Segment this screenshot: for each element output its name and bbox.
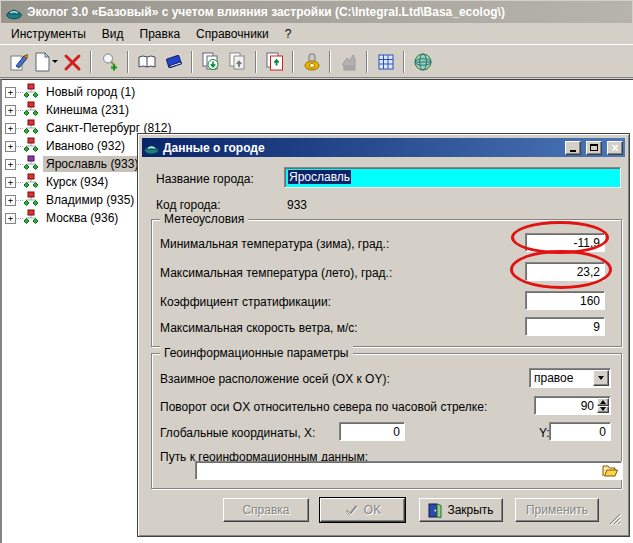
- help-button-label: Справка: [242, 503, 289, 517]
- main-titlebar: Эколог 3.0 «Базовый» с учетом влияния за…: [1, 1, 632, 23]
- table-button[interactable]: [372, 49, 399, 75]
- menu-edit[interactable]: Правка: [132, 24, 189, 44]
- delete-icon: [63, 52, 83, 72]
- calculation-button[interactable]: [298, 49, 325, 75]
- max-temp-label: Максимальная температура (лето), град.:: [160, 266, 392, 280]
- expand-plus-icon[interactable]: +: [5, 123, 16, 134]
- city-node-icon: [23, 191, 39, 210]
- tree-label[interactable]: Владимир (935): [43, 192, 137, 208]
- table-icon: [376, 52, 396, 72]
- toolbar-separator: [366, 51, 368, 73]
- expand-plus-icon[interactable]: +: [5, 159, 16, 170]
- meteo-group-title: Метеоусловия: [160, 212, 248, 226]
- city-node-icon: [23, 101, 39, 120]
- expand-plus-icon[interactable]: +: [5, 87, 16, 98]
- search-icon: [100, 52, 120, 72]
- tree-label[interactable]: Москва (936): [43, 210, 121, 226]
- toolbar-separator: [292, 51, 294, 73]
- exchange-icon: [265, 52, 285, 72]
- open-book-icon: [137, 52, 157, 72]
- menubar: Инструменты Вид Правка Справочники ?: [0, 23, 633, 45]
- wind-speed-label: Максимальная скорость ветра, м/с:: [160, 321, 358, 335]
- tree-row-city[interactable]: + Кинешма (231): [2, 101, 633, 119]
- copy-out-icon: [228, 52, 248, 72]
- browse-folder-button[interactable]: [601, 463, 619, 478]
- globe-button[interactable]: [409, 49, 436, 75]
- city-node-icon: [23, 119, 39, 138]
- globe-icon: [413, 52, 433, 72]
- resize-grip[interactable]: [609, 513, 621, 528]
- search-button[interactable]: [96, 49, 123, 75]
- coord-x-input[interactable]: 0: [339, 422, 405, 441]
- expand-plus-icon[interactable]: +: [5, 141, 16, 152]
- geo-group: Геоинформационные параметры Взаимное рас…: [151, 353, 622, 489]
- minimize-button[interactable]: [565, 141, 581, 155]
- maximize-button[interactable]: [586, 141, 602, 155]
- maximize-icon: [590, 144, 598, 151]
- calculation-icon: [302, 52, 322, 72]
- ok-button[interactable]: OK: [320, 498, 405, 522]
- expand-plus-icon[interactable]: +: [5, 213, 16, 224]
- close-icon: ×: [611, 143, 618, 153]
- delete-button[interactable]: [59, 49, 86, 75]
- axes-dropdown[interactable]: правое: [529, 368, 611, 388]
- apply-button-label: Применить: [526, 503, 588, 517]
- dialog-titlebar: Данные о городе ×: [142, 138, 625, 157]
- toolbar-separator: [403, 51, 405, 73]
- close-dialog-button[interactable]: Закрыть: [419, 498, 503, 522]
- toolbar-separator: [90, 51, 92, 73]
- copy-out-button[interactable]: [224, 49, 251, 75]
- min-temp-label: Минимальная температура (зима), град.:: [160, 237, 389, 251]
- rotation-spinner[interactable]: 90: [534, 396, 611, 415]
- blue-book-icon: [164, 52, 184, 72]
- menu-instruments[interactable]: Инструменты: [3, 24, 94, 44]
- city-node-icon: [23, 83, 39, 102]
- report-button[interactable]: [335, 49, 362, 75]
- city-data-dialog: Данные о городе × Название города: Яросл…: [137, 133, 630, 537]
- spin-up-button[interactable]: [597, 398, 609, 406]
- tree-label[interactable]: Кинешма (231): [43, 102, 132, 118]
- open-book-button[interactable]: [133, 49, 160, 75]
- close-button[interactable]: ×: [607, 141, 623, 155]
- wind-speed-input[interactable]: 9: [525, 317, 605, 336]
- tree-label[interactable]: Курск (934): [43, 174, 111, 190]
- menu-help[interactable]: ?: [277, 24, 300, 44]
- apply-button[interactable]: Применить: [515, 498, 599, 522]
- tree-row-city[interactable]: + Новый город (1): [2, 83, 633, 101]
- city-name-input[interactable]: Ярославль: [284, 167, 621, 188]
- menu-view[interactable]: Вид: [94, 24, 132, 44]
- report-icon: [339, 52, 359, 72]
- new-button[interactable]: [32, 49, 59, 75]
- edit-icon: [9, 52, 29, 72]
- expand-plus-icon[interactable]: +: [5, 195, 16, 206]
- new-dropdown-caret-icon[interactable]: [52, 60, 58, 63]
- stratification-input[interactable]: 160: [525, 291, 605, 310]
- exit-door-icon: [428, 503, 442, 518]
- menu-references[interactable]: Справочники: [188, 24, 277, 44]
- tree-label[interactable]: Новый город (1): [43, 84, 138, 100]
- app-window: Эколог 3.0 «Базовый» с учетом влияния за…: [0, 0, 633, 543]
- expand-plus-icon[interactable]: +: [5, 105, 16, 116]
- spin-down-button[interactable]: [597, 406, 609, 414]
- coord-y-input[interactable]: 0: [549, 422, 611, 441]
- app-logo-icon: [6, 4, 22, 20]
- blue-book-button[interactable]: [160, 49, 187, 75]
- tree-label[interactable]: Иваново (932): [43, 138, 128, 154]
- city-code-value: 933: [287, 198, 307, 212]
- ok-button-label: OK: [364, 503, 381, 517]
- spinner-buttons: [597, 398, 609, 413]
- axes-label: Взаимное расположение осей (OX к OY):: [160, 372, 390, 386]
- exchange-button[interactable]: [261, 49, 288, 75]
- axes-dropdown-button[interactable]: [593, 370, 609, 386]
- city-node-icon: [23, 155, 39, 174]
- arrow-down-icon: [600, 407, 606, 411]
- city-node-icon: [23, 209, 39, 228]
- expand-plus-icon[interactable]: +: [5, 177, 16, 188]
- copy-in-button[interactable]: [197, 49, 224, 75]
- gis-path-input[interactable]: [195, 461, 622, 480]
- edit-button[interactable]: [5, 49, 32, 75]
- help-button[interactable]: Справка: [223, 498, 309, 522]
- check-icon: [344, 504, 359, 517]
- tree-label[interactable]: Ярославль (933): [43, 156, 141, 172]
- window-title: Эколог 3.0 «Базовый» с учетом влияния за…: [27, 5, 505, 19]
